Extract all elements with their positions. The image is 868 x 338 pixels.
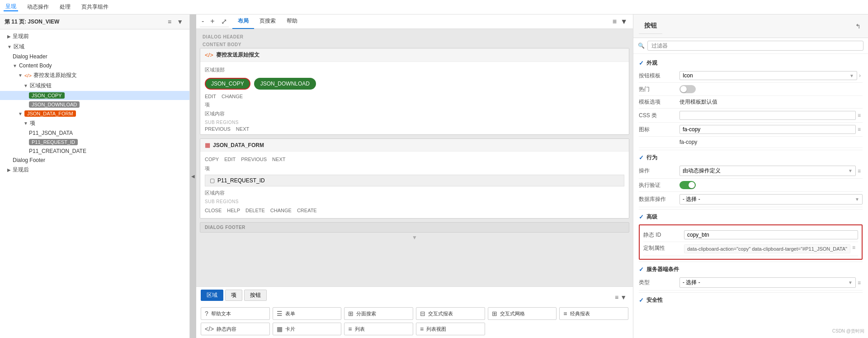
panel-menu-btn[interactable]: ≡ (166, 17, 173, 26)
bottom-tab-item[interactable]: 项 (225, 290, 242, 301)
zoom-in-btn[interactable]: + (208, 16, 216, 26)
section-security[interactable]: ✓ 安全性 (639, 292, 863, 306)
chevron-down-action-icon: ▼ (848, 168, 853, 173)
section-server-side[interactable]: ✓ 服务器端条件 (639, 262, 863, 275)
change-link2[interactable]: CHANGE (270, 208, 292, 213)
tab-process[interactable]: 处理 (58, 3, 72, 11)
tree-label-items: 项 (30, 119, 35, 127)
css-class-input[interactable] (679, 111, 856, 120)
execute-toggle[interactable] (679, 181, 696, 189)
action-action-btn[interactable]: ≡ (856, 168, 863, 174)
tab-help[interactable]: 帮助 (281, 14, 303, 29)
collapse-btn[interactable]: ◀ (190, 14, 196, 338)
list-icon: ≡ (348, 325, 352, 333)
region-content: 区域内容 (205, 109, 624, 119)
comp-list-view[interactable]: ≡ 列表视图 (416, 323, 485, 335)
prop-db-action-select[interactable]: - 选择 - ▼ (679, 194, 863, 205)
comp-list[interactable]: ≡ 列表 (344, 323, 413, 335)
copy-link[interactable]: COPY (205, 157, 219, 162)
form-edit-link[interactable]: EDIT (224, 157, 236, 162)
delete-link[interactable]: DELETE (245, 208, 265, 213)
section-appearance[interactable]: ✓ 外观 (639, 56, 863, 69)
edit-bar: EDIT CHANGE (205, 92, 624, 100)
tree-item-dialog-header[interactable]: Dialog Header (0, 52, 189, 61)
center-dropdown-btn[interactable]: ▼ (618, 17, 629, 27)
prop-action-select[interactable]: 由动态操作定义 ▼ (679, 166, 856, 176)
comp-form[interactable]: ☰ 表单 (273, 307, 342, 320)
json-download-button[interactable]: JSON_DOWNLOAD (254, 78, 316, 90)
tree-item-json-download[interactable]: JSON_DOWNLOAD (0, 100, 189, 109)
arrow-content-body: ▼ (13, 63, 17, 68)
panel-expand-btn[interactable]: ▼ (175, 17, 185, 26)
close-link[interactable]: CLOSE (205, 208, 222, 213)
previous-link[interactable]: PREVIOUS (205, 126, 231, 132)
create-link[interactable]: CREATE (297, 208, 317, 213)
tree-item-show-before[interactable]: ▶ 呈现前 (0, 31, 189, 42)
tree-item-json-data-form[interactable]: ▼ JSON_DATA_FORM (0, 109, 189, 118)
tree-item-content-body[interactable]: ▼ Content Body (0, 61, 189, 70)
check-server-side: ✓ (639, 266, 644, 273)
tab-shared-components[interactable]: 页共享组件 (80, 3, 110, 11)
tab-dynamic-action[interactable]: 动态操作 (25, 3, 51, 11)
tree-item-region[interactable]: ▼ 区域 (0, 42, 189, 52)
tree-item-json-copy[interactable]: JSON_COPY (0, 91, 189, 100)
json-data-form-block: ▦ JSON_DATA_FORM COPY EDIT PREVIOUS NEXT… (200, 138, 629, 219)
tab-layout[interactable]: 布局 (232, 14, 254, 29)
bottom-tab-button[interactable]: 按钮 (244, 290, 267, 301)
tree-item-p11-creation-date[interactable]: P11_CREATION_DATE (0, 147, 189, 156)
static-content-icon: </> (205, 325, 214, 333)
tree-item-p11-request-id[interactable]: P11_REQUEST_ID (0, 138, 189, 147)
static-id-input[interactable] (684, 230, 858, 239)
tree-item-items[interactable]: ▼ 项 (0, 118, 189, 129)
comp-static-content[interactable]: </> 静态内容 (201, 323, 270, 335)
prop-button-template-select[interactable]: Icon ▼ (679, 71, 857, 80)
next-link[interactable]: NEXT (236, 126, 249, 132)
comp-classic-report[interactable]: ≡ 经典报表 (559, 307, 628, 320)
change-link[interactable]: CHANGE (222, 94, 243, 99)
tree-item-p11-json-data[interactable]: P11_JSON_DATA (0, 129, 189, 138)
comp-help-text[interactable]: ? 帮助文本 (201, 307, 270, 320)
comp-cards[interactable]: ▦ 卡片 (273, 323, 342, 335)
center-tab-bar: - + ⤢ 布局 页搜索 帮助 ≡ ▼ (196, 14, 633, 29)
section-behavior[interactable]: ✓ 行为 (639, 150, 863, 163)
help-icon: ? (205, 310, 208, 317)
sub-regions: SUB REGIONS (205, 119, 624, 126)
classic-report-icon: ≡ (563, 310, 567, 317)
filter-input[interactable] (647, 41, 863, 51)
form-previous-link[interactable]: PREVIOUS (241, 157, 267, 162)
tree-item-dialog-footer[interactable]: Dialog Footer (0, 156, 189, 165)
tree-item-send-form[interactable]: ▼ </> 赛控发送原始报文 (0, 70, 189, 81)
json-copy-button[interactable]: JSON_COPY (205, 78, 250, 90)
right-back-btn[interactable]: ↰ (854, 22, 863, 31)
tab-search[interactable]: 页搜索 (254, 14, 281, 29)
arrow-send-form: ▼ (18, 73, 23, 78)
expand-btn[interactable]: ⤢ (219, 16, 229, 27)
type-action-btn[interactable]: ≡ (856, 280, 863, 286)
tree-label-dialog-header: Dialog Header (13, 53, 47, 60)
faceted-search-icon: ⊞ (348, 310, 354, 317)
hot-toggle[interactable] (679, 85, 696, 93)
tree-item-show-after[interactable]: ▶ 呈现后 (0, 165, 189, 175)
css-class-action[interactable]: ≡ (856, 112, 863, 119)
center-menu-btn[interactable]: ≡ (611, 17, 618, 27)
custom-attr-action[interactable]: ≡ (850, 244, 857, 251)
icon-action[interactable]: ≡ (856, 126, 863, 133)
button-template-action[interactable]: › (857, 72, 863, 79)
section-advanced[interactable]: ✓ 高级 (639, 209, 863, 223)
form-next-link[interactable]: NEXT (272, 157, 285, 162)
edit-link[interactable]: EDIT (205, 94, 216, 99)
comp-interactive-grid[interactable]: ⊞ 交互式网格 (488, 307, 557, 320)
comp-interactive-report[interactable]: ⊟ 交互式报表 (416, 307, 485, 320)
prop-type-select[interactable]: - 选择 - ▼ (679, 277, 856, 288)
prop-action-value: 由动态操作定义 (683, 167, 721, 175)
arrow-show-after: ▶ (7, 167, 11, 172)
icon-input[interactable] (679, 125, 856, 134)
bottom-menu-btn[interactable]: ≡ ▼ (613, 293, 628, 302)
tree-item-zone-btn[interactable]: ▼ 区域按钮 (0, 81, 189, 91)
comp-faceted-search[interactable]: ⊞ 分面搜索 (344, 307, 413, 320)
help-link[interactable]: HELP (227, 208, 240, 213)
zoom-out-btn[interactable]: - (200, 16, 206, 26)
tab-present[interactable]: 呈现 (4, 3, 18, 11)
arrow-region: ▼ (7, 44, 12, 49)
bottom-tab-region[interactable]: 区域 (201, 290, 223, 301)
